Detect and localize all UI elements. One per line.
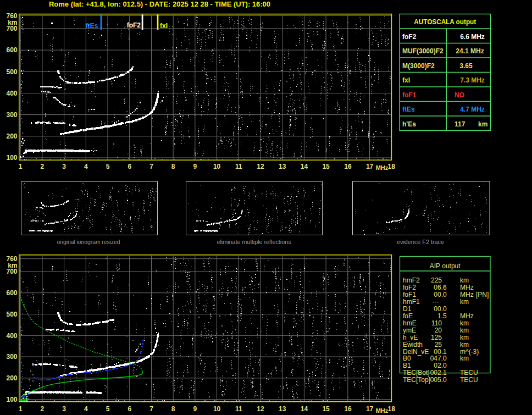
svg-text:12: 12 <box>257 163 264 170</box>
svg-text:3.65: 3.65 <box>459 62 473 70</box>
svg-text:16: 16 <box>344 405 352 413</box>
svg-text:km: km <box>460 298 469 306</box>
svg-text:km: km <box>460 341 469 348</box>
svg-text:225: 225 <box>431 276 442 284</box>
svg-text:TEC[Top]: TEC[Top] <box>403 376 430 384</box>
svg-text:km: km <box>460 334 469 341</box>
svg-text:---: --- <box>433 298 439 306</box>
svg-text:MHz: MHz <box>460 284 474 291</box>
svg-text:6: 6 <box>128 163 131 170</box>
svg-text:TEC[Bot]: TEC[Bot] <box>403 369 430 377</box>
svg-text:MHz: MHz <box>376 164 389 171</box>
svg-text:foF2: foF2 <box>403 284 416 291</box>
svg-text:3: 3 <box>62 163 66 170</box>
svg-text:MHz: MHz <box>376 407 389 414</box>
svg-text:10: 10 <box>213 163 221 170</box>
svg-text:600: 600 <box>6 46 17 54</box>
svg-text:foF1: foF1 <box>403 291 416 298</box>
svg-text:600: 600 <box>6 289 17 297</box>
svg-text:100: 100 <box>6 396 17 403</box>
svg-text:TECU: TECU <box>460 376 478 384</box>
svg-text:15: 15 <box>322 163 330 170</box>
svg-text:02.0: 02.0 <box>434 362 447 369</box>
svg-text:20: 20 <box>435 327 442 334</box>
svg-text:8: 8 <box>171 163 175 170</box>
svg-text:00.0: 00.0 <box>434 305 447 313</box>
svg-text:fxI: fxI <box>160 22 168 30</box>
svg-text:002.1: 002.1 <box>430 369 447 377</box>
svg-text:8: 8 <box>171 405 175 413</box>
svg-text:005.0: 005.0 <box>430 376 447 384</box>
svg-text:NO: NO <box>455 91 464 99</box>
svg-text:100: 100 <box>6 154 17 162</box>
svg-text:5: 5 <box>106 163 110 170</box>
svg-text:hmF1: hmF1 <box>403 298 420 306</box>
svg-text:200: 200 <box>6 374 17 382</box>
svg-text:AIP output: AIP output <box>430 262 461 270</box>
svg-text:5: 5 <box>106 405 110 413</box>
svg-text:4: 4 <box>84 163 88 170</box>
svg-text:10: 10 <box>213 405 221 413</box>
svg-text:300: 300 <box>6 353 17 361</box>
svg-text:11: 11 <box>235 163 242 170</box>
svg-text:17: 17 <box>366 405 374 413</box>
svg-text:500: 500 <box>6 311 17 318</box>
svg-text:500: 500 <box>6 68 17 76</box>
svg-text:12: 12 <box>257 405 264 413</box>
svg-text:h_vE: h_vE <box>403 334 418 341</box>
svg-text:DelN_vE: DelN_vE <box>403 348 429 356</box>
svg-text:foF2: foF2 <box>127 21 141 29</box>
svg-text:7.3 MHz: 7.3 MHz <box>460 76 485 84</box>
svg-text:300: 300 <box>6 111 17 119</box>
svg-text:1: 1 <box>19 163 23 170</box>
svg-text:km: km <box>478 120 487 128</box>
svg-text:foE: foE <box>403 312 413 320</box>
svg-text:MHz: MHz <box>460 291 474 298</box>
svg-text:18: 18 <box>388 163 396 170</box>
svg-text:Ewidth: Ewidth <box>403 341 423 348</box>
svg-text:24.1 MHz: 24.1 MHz <box>456 47 484 55</box>
svg-text:km: km <box>460 276 469 284</box>
svg-text:00.1: 00.1 <box>434 348 447 356</box>
svg-text:km: km <box>460 355 469 362</box>
svg-text:047.0: 047.0 <box>430 355 447 362</box>
svg-text:14: 14 <box>301 163 308 170</box>
svg-text:06.6: 06.6 <box>434 284 447 291</box>
svg-text:13: 13 <box>279 163 286 170</box>
svg-text:1.5: 1.5 <box>437 312 447 320</box>
svg-text:km: km <box>460 327 469 334</box>
svg-text:6.6 MHz: 6.6 MHz <box>460 33 485 41</box>
svg-text:13: 13 <box>279 405 286 413</box>
svg-text:9: 9 <box>193 163 197 170</box>
svg-text:[PN]: [PN] <box>476 291 489 298</box>
svg-text:TECU: TECU <box>460 369 478 377</box>
svg-text:400: 400 <box>6 90 17 97</box>
svg-text:4.7 MHz: 4.7 MHz <box>460 106 485 113</box>
svg-text:11: 11 <box>235 405 242 413</box>
svg-text:km: km <box>460 319 469 327</box>
svg-text:110: 110 <box>431 319 442 327</box>
svg-text:15: 15 <box>322 405 330 413</box>
svg-text:AUTOSCALA output: AUTOSCALA output <box>414 18 476 26</box>
svg-text:foF2: foF2 <box>402 33 417 41</box>
svg-text:original ionogram resized: original ionogram resized <box>57 239 120 245</box>
svg-text:ftEs: ftEs <box>86 22 98 30</box>
svg-text:km: km <box>8 262 17 269</box>
svg-text:6: 6 <box>128 405 131 413</box>
svg-text:D1: D1 <box>403 305 412 313</box>
svg-text:7: 7 <box>149 405 153 413</box>
svg-text:eliminate multiple reflections: eliminate multiple reflections <box>217 239 291 245</box>
svg-text:14: 14 <box>301 405 308 413</box>
svg-text:B1: B1 <box>403 362 411 369</box>
svg-text:MUF(3000)F2: MUF(3000)F2 <box>402 47 444 55</box>
svg-text:hmE: hmE <box>403 319 417 327</box>
svg-text:9: 9 <box>193 405 197 413</box>
svg-text:25: 25 <box>435 341 442 348</box>
svg-text:3: 3 <box>62 405 66 413</box>
svg-text:117: 117 <box>455 120 465 128</box>
svg-text:200: 200 <box>6 132 17 140</box>
svg-text:Rome (lat: +41.8, lon: 012.5): Rome (lat: +41.8, lon: 012.5) - DATE: 20… <box>49 1 270 8</box>
svg-text:16: 16 <box>344 163 352 170</box>
svg-text:M(3000)F2: M(3000)F2 <box>402 62 435 70</box>
svg-text:MHz: MHz <box>460 312 474 320</box>
